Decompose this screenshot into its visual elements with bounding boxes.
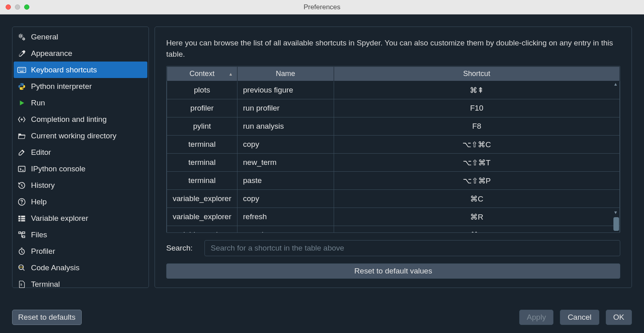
preferences-sidebar: General Appearance Keyboard shortcuts Py…	[12, 27, 149, 288]
search-input[interactable]	[204, 240, 620, 256]
sidebar-item-label: Run	[31, 99, 45, 107]
scrollbar-thumb[interactable]	[613, 217, 619, 231]
sidebar-item-completion-linting[interactable]: Completion and linting	[12, 111, 149, 127]
minimize-window-button[interactable]	[15, 4, 20, 10]
completion-icon	[17, 115, 26, 123]
column-header-shortcut-label: Shortcut	[463, 70, 490, 78]
sidebar-item-keyboard-shortcuts[interactable]: Keyboard shortcuts	[14, 62, 147, 78]
sidebar-item-label: Profiler	[31, 247, 55, 256]
sidebar-item-editor[interactable]: Editor	[12, 144, 149, 160]
svg-point-0	[20, 35, 22, 37]
keyboard-icon	[17, 67, 26, 73]
question-icon	[17, 198, 26, 206]
table-cell-context: variable_explorer	[167, 208, 237, 226]
sidebar-item-python-interpreter[interactable]: Python interpreter	[12, 78, 149, 95]
scroll-up-arrow-icon[interactable]: ▲	[613, 82, 618, 86]
eyedropper-icon	[17, 49, 26, 58]
svg-rect-14	[23, 236, 25, 237]
sidebar-item-label: Terminal	[31, 280, 60, 289]
reset-to-default-values-button[interactable]: Reset to default values	[166, 263, 620, 279]
sidebar-item-ipython-console[interactable]: IPython console	[12, 160, 149, 177]
svg-rect-9	[21, 218, 25, 219]
table-cell-shortcut: F10	[334, 99, 619, 117]
svg-rect-12	[19, 232, 21, 233]
svg-rect-8	[19, 218, 21, 219]
window-body: General Appearance Keyboard shortcuts Py…	[0, 14, 644, 333]
table-row[interactable]: variable_explorercopy⌘C	[167, 190, 620, 208]
cancel-button[interactable]: Cancel	[560, 310, 599, 325]
sidebar-item-label: General	[31, 33, 58, 41]
edit-icon	[17, 148, 26, 156]
search-label: Search:	[166, 244, 192, 253]
svg-point-5	[21, 203, 22, 204]
column-header-context[interactable]: Context ▲	[167, 67, 237, 81]
gears-icon	[17, 33, 26, 41]
cancel-label: Cancel	[568, 313, 591, 321]
svg-rect-7	[21, 216, 25, 217]
column-header-shortcut[interactable]: Shortcut	[334, 67, 619, 81]
table-cell-shortcut: ⌘⇞	[334, 81, 619, 99]
table-cell-name: run profiler	[237, 99, 334, 117]
sidebar-item-history[interactable]: History	[12, 177, 149, 193]
sidebar-item-help[interactable]: Help	[12, 193, 149, 210]
sidebar-item-label: History	[31, 181, 55, 190]
table-row[interactable]: pylintrun analysisF8	[167, 117, 620, 136]
table-row[interactable]: profilerrun profilerF10	[167, 99, 620, 117]
close-window-button[interactable]	[6, 4, 11, 10]
sidebar-item-code-analysis[interactable]: Code Analysis	[12, 259, 149, 276]
sidebar-item-label: Help	[31, 197, 47, 206]
apply-label: Apply	[527, 313, 546, 321]
sidebar-item-label: Completion and linting	[31, 115, 107, 124]
table-cell-context: variable_explorer	[167, 190, 237, 208]
apply-button[interactable]: Apply	[519, 310, 554, 325]
terminal-icon: $	[17, 280, 26, 288]
sidebar-item-appearance[interactable]: Appearance	[12, 45, 149, 62]
sidebar-item-label: Variable explorer	[31, 214, 88, 223]
sidebar-item-run[interactable]: Run	[12, 95, 149, 111]
svg-rect-13	[23, 232, 25, 233]
table-row[interactable]: variable_explorerrefresh⌘R	[167, 208, 620, 226]
table-row[interactable]: plotsprevious figure⌘⇞	[167, 81, 620, 99]
file-tree-icon	[17, 231, 26, 239]
sidebar-item-profiler[interactable]: Profiler	[12, 243, 149, 259]
sidebar-item-cwd[interactable]: Current working directory	[12, 127, 149, 144]
window-title: Preferences	[303, 3, 341, 11]
zoom-window-button[interactable]	[24, 4, 29, 10]
table-cell-shortcut: ⌘C	[334, 190, 619, 208]
scroll-down-arrow-icon[interactable]: ▼	[613, 210, 618, 215]
table-cell-name: run analysis	[237, 117, 334, 136]
table-row[interactable]: terminalnew_term⌥⇧⌘T	[167, 154, 620, 172]
table-cell-shortcut: ⌘F	[334, 226, 619, 233]
table-cell-shortcut: F8	[334, 117, 619, 136]
sidebar-item-label: Editor	[31, 148, 51, 157]
reset-to-defaults-label: Reset to defaults	[18, 313, 76, 321]
sidebar-item-variable-explorer[interactable]: Variable explorer	[12, 210, 149, 226]
sort-ascending-icon: ▲	[229, 72, 233, 76]
column-header-name[interactable]: Name	[237, 67, 334, 81]
table-cell-name: new_term	[237, 154, 334, 172]
sidebar-item-label: Current working directory	[31, 132, 116, 140]
column-header-name-label: Name	[276, 70, 295, 78]
ok-button[interactable]: OK	[606, 310, 632, 325]
table-cell-context: variable_explorer	[167, 226, 237, 233]
table-cell-name: copy	[237, 190, 334, 208]
sidebar-item-terminal[interactable]: $ Terminal	[12, 276, 149, 292]
reset-to-defaults-button[interactable]: Reset to defaults	[12, 310, 82, 325]
svg-rect-6	[19, 216, 21, 217]
sidebar-item-label: IPython console	[31, 164, 85, 173]
sidebar-item-files[interactable]: Files	[12, 226, 149, 243]
console-icon	[17, 165, 26, 173]
table-cell-name: paste	[237, 172, 334, 190]
table-row[interactable]: terminalpaste⌥⇧⌘P	[167, 172, 620, 190]
preferences-content: Here you can browse the list of all avai…	[155, 27, 632, 288]
sidebar-item-general[interactable]: General	[12, 29, 149, 45]
table-row[interactable]: terminalcopy⌥⇧⌘C	[167, 136, 620, 154]
history-icon	[17, 181, 26, 189]
table-cell-shortcut: ⌘R	[334, 208, 619, 226]
table-row[interactable]: variable_explorersearch⌘F	[167, 226, 620, 233]
clock-icon	[17, 247, 26, 255]
table-cell-context: terminal	[167, 154, 237, 172]
svg-rect-11	[21, 220, 25, 221]
sidebar-item-label: Files	[31, 230, 47, 239]
shortcuts-table-wrap: Context ▲ Name Shortcut plotsprevious fi…	[166, 66, 620, 233]
